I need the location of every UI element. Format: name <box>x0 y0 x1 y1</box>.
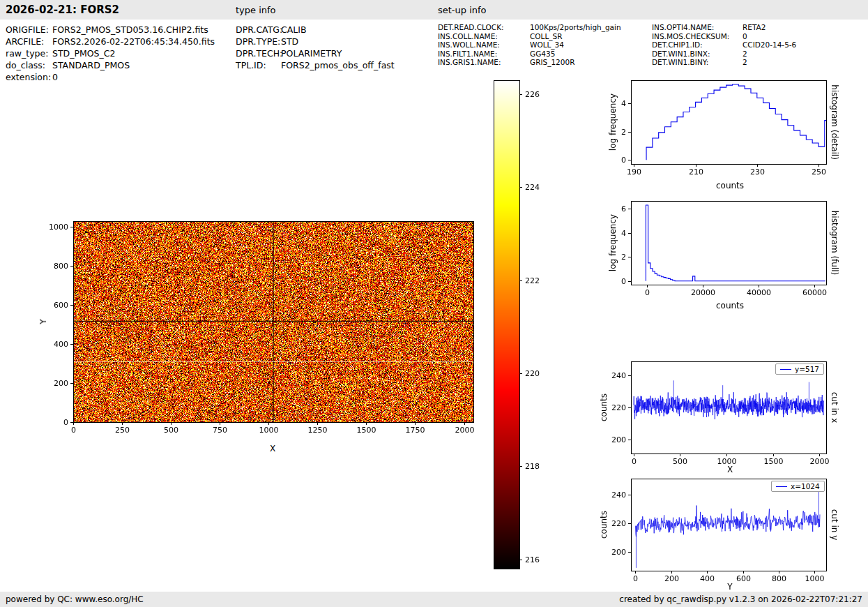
footer-powered-by: powered by QC: www.eso.org/HC <box>6 594 144 604</box>
file-info-row: ORIGFILE:FORS2_PMOS_STD053.16.CHIP2.fits <box>6 24 215 36</box>
setup-info-heading: set-up info <box>438 5 487 15</box>
cut-x-side-label: cut in x <box>830 392 839 424</box>
meta-label: INS.MOS.CHECKSUM: <box>652 32 743 41</box>
type-info-row: DPR.CATG:CALIB <box>236 24 395 36</box>
setup-info-block-2: INS.OPTI4.NAME:RETA2 INS.MOS.CHECKSUM:0 … <box>652 23 796 67</box>
meta-label: do_class: <box>6 59 52 71</box>
meta-value: POLARIMETRY <box>281 48 342 59</box>
meta-label: DET.READ.CLOCK: <box>438 23 530 32</box>
setup-info-row: DET.READ.CLOCK:100Kps/2ports/high_gain <box>438 23 621 32</box>
meta-value: WOLL_34 <box>530 40 564 49</box>
page-title: 2026-02-21: FORS2 <box>6 3 119 16</box>
meta-value: FORS2.2026-02-22T06:45:34.450.fits <box>52 36 215 47</box>
cut-y-y-axis-label: counts <box>599 511 609 539</box>
meta-value: 2 <box>743 50 747 58</box>
hist-full-x-axis-label: counts <box>716 301 744 310</box>
file-info-row: ARCFILE:FORS2.2026-02-22T06:45:34.450.fi… <box>6 36 215 47</box>
file-info-row: raw_type:STD_PMOS_C2 <box>6 47 215 59</box>
raster-y-axis-label: Y <box>38 319 48 324</box>
meta-label: DPR.TYPE: <box>236 36 281 47</box>
meta-value: FORS2_pmos_obs_off_fast <box>281 60 395 70</box>
cut-y-x-axis-label: Y <box>727 582 732 592</box>
type-info-row: DPR.TECH:POLARIMETRY <box>236 47 395 59</box>
setup-info-row: INS.FILT1.NAME:GG435 <box>438 50 621 59</box>
raster-x-axis-label: X <box>270 444 275 454</box>
footer-created-by: created by qc_rawdisp.py v1.2.3 on 2026-… <box>619 594 862 604</box>
cut-y-side-label: cut in y <box>830 509 839 541</box>
file-info-block: ORIGFILE:FORS2_PMOS_STD053.16.CHIP2.fits… <box>6 24 215 83</box>
meta-value: CCID20-14-5-6 <box>743 40 796 49</box>
type-info-block: DPR.CATG:CALIB DPR.TYPE:STD DPR.TECH:POL… <box>236 24 395 71</box>
setup-info-row: DET.CHIP1.ID:CCID20-14-5-6 <box>652 40 796 50</box>
meta-value: STANDARD_PMOS <box>52 60 130 70</box>
meta-label: ORIGFILE: <box>6 24 52 36</box>
footer-bar: powered by QC: www.eso.org/HC created by… <box>0 592 868 607</box>
meta-label: INS.FILT1.NAME: <box>438 50 530 59</box>
meta-label: INS.OPTI4.NAME: <box>652 23 743 32</box>
meta-label: DET.WIN1.BINX: <box>652 50 743 59</box>
meta-value: COLL_SR <box>530 32 563 40</box>
histogram-detail-canvas <box>603 73 835 192</box>
meta-value: CALIB <box>281 24 307 35</box>
meta-value: RETA2 <box>743 23 766 31</box>
hist-detail-y-axis-label: log frequency <box>608 93 618 151</box>
cut-x-y-axis-label: counts <box>599 394 609 421</box>
meta-value: 0 <box>743 32 747 40</box>
colorbar-canvas <box>492 77 547 574</box>
hist-full-y-axis-label: log frequency <box>608 214 618 271</box>
histogram-full-canvas <box>603 194 835 313</box>
meta-value: 0 <box>52 72 58 82</box>
setup-info-row: INS.GRIS1.NAME:GRIS_1200R <box>438 58 621 67</box>
hist-detail-side-label: histogram (detail) <box>830 84 839 160</box>
cut-y-legend: x=1024 <box>771 481 825 492</box>
meta-label: INS.GRIS1.NAME: <box>438 58 530 67</box>
file-info-row: do_class:STANDARD_PMOS <box>6 59 215 71</box>
cut-x-legend-label: y=517 <box>795 365 819 373</box>
setup-info-row: INS.MOS.CHECKSUM:0 <box>652 32 796 41</box>
meta-label: ARCFILE: <box>6 36 52 47</box>
setup-info-row: DET.WIN1.BINX:2 <box>652 50 796 59</box>
meta-label: DPR.CATG: <box>236 24 281 36</box>
hist-detail-x-axis-label: counts <box>716 181 744 190</box>
hist-full-side-label: histogram (full) <box>830 211 839 276</box>
qc-report-page: 2026-02-21: FORS2 type info set-up info … <box>0 0 868 607</box>
meta-label: TPL.ID: <box>236 59 281 71</box>
meta-value: FORS2_PMOS_STD053.16.CHIP2.fits <box>52 24 208 35</box>
legend-line-sample <box>780 369 791 370</box>
meta-label: INS.COLL.NAME: <box>438 32 530 41</box>
meta-label: DPR.TECH: <box>236 47 281 59</box>
cut-y-legend-label: x=1024 <box>791 482 820 490</box>
meta-value: 100Kps/2ports/high_gain <box>530 23 621 31</box>
meta-label: raw_type: <box>6 47 52 59</box>
setup-info-row: INS.OPTI4.NAME:RETA2 <box>652 23 796 32</box>
setup-info-block-1: DET.READ.CLOCK:100Kps/2ports/high_gain I… <box>438 23 621 67</box>
meta-value: 2 <box>743 58 747 66</box>
type-info-row: DPR.TYPE:STD <box>236 36 395 47</box>
meta-label: extension: <box>6 71 52 83</box>
legend-line-sample <box>776 486 787 487</box>
meta-value: GG435 <box>530 50 555 58</box>
type-info-row: TPL.ID:FORS2_pmos_obs_off_fast <box>236 59 395 71</box>
setup-info-row: INS.WOLL.NAME:WOLL_34 <box>438 40 621 50</box>
meta-label: INS.WOLL.NAME: <box>438 40 530 50</box>
meta-value: STD_PMOS_C2 <box>52 48 115 59</box>
type-info-heading: type info <box>236 5 276 15</box>
file-info-row: extension:0 <box>6 71 215 83</box>
setup-info-row: INS.COLL.NAME:COLL_SR <box>438 32 621 41</box>
cut-x-legend: y=517 <box>775 364 824 375</box>
header-bar: 2026-02-21: FORS2 type info set-up info <box>0 0 868 20</box>
meta-value: GRIS_1200R <box>530 58 574 66</box>
meta-label: DET.CHIP1.ID: <box>652 40 743 50</box>
raster-heatmap-canvas <box>42 213 488 443</box>
meta-value: STD <box>281 36 298 47</box>
meta-label: DET.WIN1.BINY: <box>652 58 743 67</box>
cut-x-x-axis-label: X <box>727 465 733 474</box>
setup-info-row: DET.WIN1.BINY:2 <box>652 58 796 67</box>
